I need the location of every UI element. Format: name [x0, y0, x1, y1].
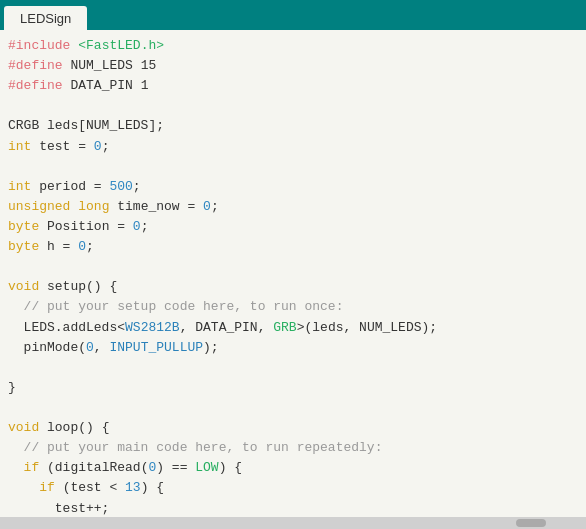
scrollbar-thumb[interactable]: [516, 519, 546, 527]
ledsign-tab[interactable]: LEDSign: [4, 6, 87, 30]
line-comment-setup: // put your setup code here, to run once…: [8, 297, 578, 317]
line-int-test: int test = 0;: [8, 137, 578, 157]
code-editor[interactable]: #include <FastLED.h> #define NUM_LEDS 15…: [0, 30, 586, 517]
tab-label: LEDSign: [20, 11, 71, 26]
line-byte-pos: byte Position = 0;: [8, 217, 578, 237]
line-if-test: if (test < 13) {: [8, 478, 578, 498]
line-comment-loop: // put your main code here, to run repea…: [8, 438, 578, 458]
line-include: #include <FastLED.h>: [8, 36, 578, 56]
line-void-setup: void setup() {: [8, 277, 578, 297]
main-window: LEDSign #include <FastLED.h> #define NUM…: [0, 0, 586, 529]
line-leds-add: LEDS.addLeds<WS2812B, DATA_PIN, GRB>(led…: [8, 318, 578, 338]
line-define2: #define DATA_PIN 1: [8, 76, 578, 96]
line-crgb: CRGB leds[NUM_LEDS];: [8, 116, 578, 136]
line-define1: #define NUM_LEDS 15: [8, 56, 578, 76]
line-period: int period = 500;: [8, 177, 578, 197]
line-pinmode: pinMode(0, INPUT_PULLUP);: [8, 338, 578, 358]
line-test-inc: test++;: [8, 499, 578, 517]
line-if-digital: if (digitalRead(0) == LOW) {: [8, 458, 578, 478]
line-unsigned: unsigned long time_now = 0;: [8, 197, 578, 217]
empty-line-3: [8, 257, 578, 277]
empty-line-4: [8, 358, 578, 378]
empty-line-2: [8, 157, 578, 177]
line-byte-h: byte h = 0;: [8, 237, 578, 257]
line-void-loop: void loop() {: [8, 418, 578, 438]
empty-line-5: [8, 398, 578, 418]
tab-bar: LEDSign: [0, 0, 586, 30]
horizontal-scrollbar[interactable]: [0, 517, 586, 529]
empty-line-1: [8, 96, 578, 116]
line-close-setup: }: [8, 378, 578, 398]
